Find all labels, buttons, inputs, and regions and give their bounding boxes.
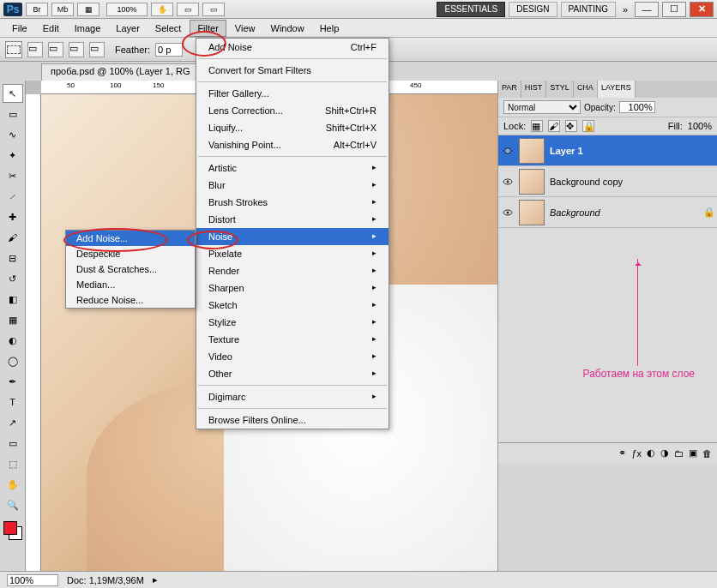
eyedropper-tool[interactable]: ⟋ [3, 187, 23, 206]
feather-input[interactable] [155, 43, 183, 57]
menu-item-noise[interactable]: Noise [196, 228, 389, 245]
bridge-button[interactable]: Br [26, 3, 48, 16]
marquee-tool[interactable]: ▭ [3, 105, 23, 123]
submenu-reduce[interactable]: Reduce Noise... [66, 292, 195, 308]
move-tool[interactable]: ↖ [3, 84, 23, 103]
arrange-docs-button[interactable]: ▭ [177, 3, 199, 16]
menu-select[interactable]: Select [148, 21, 189, 36]
submenu-addnoise[interactable]: Add Noise... [66, 231, 195, 246]
menu-view[interactable]: View [228, 21, 262, 36]
selection-intersect[interactable]: ▭ [89, 42, 105, 57]
blend-mode-select[interactable]: Normal [503, 100, 581, 114]
workspace-essentials[interactable]: ESSENTIALS [437, 2, 505, 17]
wand-tool[interactable]: ✦ [3, 146, 23, 165]
menu-item-texture[interactable]: Texture [196, 331, 389, 348]
healing-tool[interactable]: ✚ [3, 207, 23, 226]
layer-name[interactable]: Background [550, 207, 698, 218]
zoom-level[interactable]: 100% [106, 3, 148, 16]
status-arrow-icon[interactable]: ▸ [153, 574, 158, 585]
menu-item-vanishing[interactable]: Vanishing Point...Alt+Ctrl+V [196, 136, 389, 153]
layer-thumbnail[interactable] [519, 138, 545, 164]
pen-tool[interactable]: ✒ [3, 372, 23, 391]
tab-styles[interactable]: STYL [546, 81, 574, 98]
submenu-despeckle[interactable]: Despeckle [66, 246, 195, 261]
delete-layer-icon[interactable]: 🗑 [702, 448, 712, 459]
lasso-tool[interactable]: ∿ [3, 125, 23, 144]
layer-row[interactable]: Background 🔒 [498, 197, 717, 228]
submenu-dust[interactable]: Dust & Scratches... [66, 261, 195, 277]
menu-item-digimarc[interactable]: Digimarc [196, 388, 389, 405]
hand-tool[interactable]: ✋ [3, 475, 23, 494]
status-zoom[interactable] [7, 574, 58, 586]
3d-tool[interactable]: ⬚ [3, 454, 23, 473]
stamp-tool[interactable]: ⊟ [3, 249, 23, 267]
eraser-tool[interactable]: ◧ [3, 290, 23, 309]
layer-name[interactable]: Background copy [550, 177, 714, 187]
minibridge-button[interactable]: Mb [51, 3, 74, 16]
selection-add[interactable]: ▭ [48, 42, 63, 57]
menu-item-other[interactable]: Other [196, 365, 389, 382]
submenu-median[interactable]: Median... [66, 277, 195, 292]
zoom-tool[interactable]: 🔍 [3, 495, 23, 514]
tab-channels[interactable]: CHA [574, 81, 598, 98]
tab-paragraph[interactable]: PAR [498, 81, 521, 98]
gradient-tool[interactable]: ▦ [3, 310, 23, 329]
dodge-tool[interactable]: ◯ [3, 351, 23, 370]
menu-image[interactable]: Image [68, 21, 108, 36]
path-tool[interactable]: ↗ [3, 413, 23, 432]
selection-new[interactable]: ▭ [27, 42, 43, 57]
menu-item-lens[interactable]: Lens Correction...Shift+Ctrl+R [196, 102, 389, 119]
workspace-painting[interactable]: PAINTING [561, 2, 616, 17]
document-tab[interactable]: проба.psd @ 100% (Layer 1, RG [41, 63, 200, 81]
layer-thumbnail[interactable] [519, 200, 545, 225]
menu-item-video[interactable]: Video [196, 348, 389, 365]
lock-all[interactable]: 🔒 [582, 120, 594, 132]
menu-item-gallery[interactable]: Filter Gallery... [196, 85, 389, 102]
lock-pixels[interactable]: 🖌 [548, 120, 560, 132]
link-layers-icon[interactable]: ⚭ [618, 447, 626, 459]
menu-item-lastfilter[interactable]: Add NoiseCtrl+F [196, 39, 389, 56]
brush-tool[interactable]: 🖌 [3, 228, 23, 247]
group-icon[interactable]: 🗀 [674, 448, 684, 459]
layer-name[interactable]: Layer 1 [550, 146, 714, 156]
tab-history[interactable]: HIST [521, 81, 547, 98]
lock-position[interactable]: ✥ [565, 120, 577, 132]
tab-layers[interactable]: LAYERS [598, 81, 636, 98]
tool-preset[interactable] [5, 41, 22, 58]
menu-item-render[interactable]: Render [196, 262, 389, 279]
menu-item-pixelate[interactable]: Pixelate [196, 245, 389, 262]
shape-tool[interactable]: ▭ [3, 434, 23, 453]
minimize-button[interactable]: — [635, 2, 659, 17]
menu-item-brushstrokes[interactable]: Brush Strokes [196, 194, 389, 211]
workspace-design[interactable]: DESIGN [509, 2, 557, 17]
type-tool[interactable]: T [3, 393, 23, 411]
layer-mask-icon[interactable]: ◐ [647, 447, 655, 459]
crop-tool[interactable]: ✂ [3, 166, 23, 185]
menu-item-stylize[interactable]: Stylize [196, 314, 389, 331]
menu-file[interactable]: File [5, 21, 34, 36]
view-extras-button[interactable]: ▦ [77, 3, 99, 16]
maximize-button[interactable]: ☐ [662, 2, 686, 17]
opacity-value[interactable]: 100% [619, 101, 655, 113]
hand-tool-button[interactable]: ✋ [151, 3, 173, 16]
menu-window[interactable]: Window [264, 21, 311, 36]
menu-item-browse[interactable]: Browse Filters Online... [196, 411, 389, 429]
new-layer-icon[interactable]: ▣ [689, 447, 697, 459]
blur-tool[interactable]: ◐ [3, 331, 23, 350]
menu-filter[interactable]: Filter [190, 20, 226, 37]
close-button[interactable]: ✕ [690, 2, 714, 17]
menu-item-sketch[interactable]: Sketch [196, 297, 389, 314]
foreground-color[interactable] [3, 521, 17, 535]
visibility-toggle[interactable] [502, 145, 514, 157]
menu-item-sharpen[interactable]: Sharpen [196, 279, 389, 297]
fill-adjust-icon[interactable]: ◑ [660, 447, 669, 459]
menu-help[interactable]: Help [313, 21, 346, 36]
layer-thumbnail[interactable] [519, 169, 545, 195]
more-workspaces[interactable]: » [619, 4, 631, 15]
menu-item-blur[interactable]: Blur [196, 177, 389, 194]
visibility-toggle[interactable] [502, 207, 514, 219]
visibility-toggle[interactable] [502, 176, 514, 188]
menu-edit[interactable]: Edit [36, 21, 66, 36]
color-swatches[interactable] [3, 521, 22, 540]
menu-layer[interactable]: Layer [109, 21, 147, 36]
